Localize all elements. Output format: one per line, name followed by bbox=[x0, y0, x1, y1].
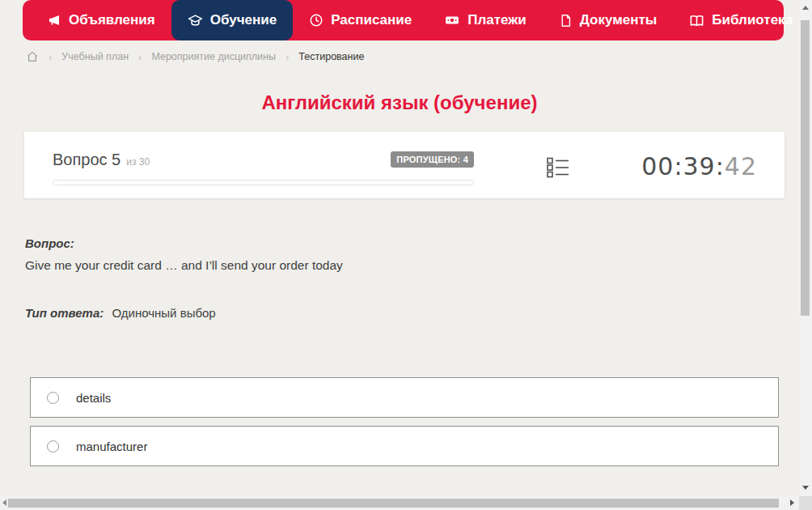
nav-item-label: Расписание bbox=[331, 12, 412, 28]
question-list-icon bbox=[547, 168, 569, 181]
page-title: Английский язык (обучение) bbox=[0, 91, 799, 114]
vertical-scrollbar[interactable] bbox=[799, 0, 812, 496]
vertical-scrollbar-thumb[interactable] bbox=[801, 20, 810, 316]
scroll-left-arrow-icon[interactable] bbox=[2, 499, 6, 506]
nav-item-label: Обучение bbox=[210, 12, 277, 28]
answer-type-row: Тип ответа: Одиночный выбор bbox=[25, 306, 216, 320]
question-progress-block: Вопрос 5 из 30 ПРОПУЩЕНО: 4 bbox=[53, 151, 474, 185]
question-progress-bar bbox=[53, 180, 474, 185]
nav-item-documents[interactable]: Документы bbox=[543, 0, 674, 40]
nav-item-label: Документы bbox=[580, 12, 658, 28]
nav-item-payments[interactable]: Платежи bbox=[428, 0, 543, 40]
question-number: Вопрос 5 bbox=[53, 151, 121, 169]
answer-option-label: details bbox=[76, 391, 111, 405]
answer-option-manufacturer[interactable]: manufacturer bbox=[30, 426, 779, 466]
radio-button-icon[interactable] bbox=[47, 392, 59, 404]
skipped-badge: ПРОПУЩЕНО: 4 bbox=[391, 151, 474, 168]
horizontal-scrollbar[interactable] bbox=[0, 496, 799, 510]
horizontal-scrollbar-thumb[interactable] bbox=[8, 499, 779, 508]
countdown-timer: 00:39:42 bbox=[641, 152, 757, 181]
home-icon[interactable] bbox=[26, 50, 39, 63]
breadcrumb-current-testing: Тестирование bbox=[298, 51, 364, 62]
nav-item-learning[interactable]: Обучение bbox=[171, 0, 293, 40]
nav-item-announcements[interactable]: Объявления bbox=[31, 0, 171, 40]
book-icon bbox=[689, 13, 704, 28]
breadcrumb-link-curriculum[interactable]: Учебный план bbox=[61, 51, 129, 62]
timer-seconds: 42 bbox=[725, 152, 757, 181]
graduation-cap-icon bbox=[188, 13, 203, 28]
question-list-button[interactable] bbox=[547, 156, 569, 182]
answer-options: details manufacturer bbox=[30, 377, 779, 474]
scroll-down-arrow-icon[interactable] bbox=[802, 486, 809, 490]
main-navigation: Объявления Обучение Расписание bbox=[23, 0, 784, 40]
megaphone-icon bbox=[47, 13, 61, 28]
nav-item-schedule[interactable]: Расписание bbox=[293, 0, 428, 40]
timer-hours-minutes: 00:39: bbox=[641, 152, 725, 181]
breadcrumb-separator-icon: › bbox=[138, 51, 142, 63]
breadcrumb-link-discipline-event[interactable]: Мероприятие дисциплины bbox=[151, 51, 276, 62]
breadcrumb-separator-icon: › bbox=[49, 51, 52, 63]
question-progress-fill bbox=[53, 181, 61, 185]
breadcrumb-separator-icon: › bbox=[285, 51, 289, 63]
clock-icon bbox=[309, 13, 324, 28]
document-icon bbox=[559, 14, 573, 28]
question-total: из 30 bbox=[126, 156, 150, 168]
scroll-right-arrow-icon[interactable] bbox=[790, 499, 794, 506]
question-header-card: Вопрос 5 из 30 ПРОПУЩЕНО: 4 00:39:42 bbox=[24, 132, 785, 198]
scroll-up-arrow-icon[interactable] bbox=[802, 6, 809, 10]
answer-option-details[interactable]: details bbox=[30, 377, 779, 418]
question-body: Вопрос: Give me your credit card … and I… bbox=[25, 236, 777, 273]
answer-type-value: Одиночный выбор bbox=[112, 306, 215, 320]
nav-item-label: Библиотека bbox=[712, 12, 793, 28]
question-text: Give me your credit card … and I’ll send… bbox=[25, 258, 777, 273]
banknote-icon bbox=[444, 12, 460, 28]
question-heading: Вопрос: bbox=[25, 236, 777, 250]
nav-item-library[interactable]: Библиотека bbox=[673, 0, 812, 40]
answer-type-label: Тип ответа: bbox=[25, 306, 104, 320]
breadcrumb: › Учебный план › Мероприятие дисциплины … bbox=[26, 50, 364, 63]
scrollbar-corner bbox=[799, 496, 812, 510]
radio-button-icon[interactable] bbox=[47, 440, 59, 453]
nav-item-label: Платежи bbox=[467, 12, 527, 28]
nav-item-label: Объявления bbox=[69, 12, 155, 28]
answer-option-label: manufacturer bbox=[76, 440, 147, 453]
